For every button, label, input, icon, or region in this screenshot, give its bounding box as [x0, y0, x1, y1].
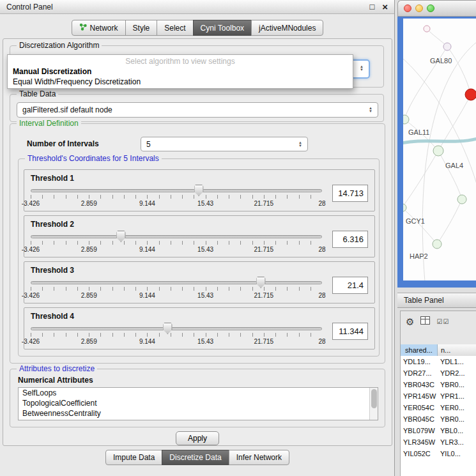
highlighted-edge — [403, 139, 476, 144]
network-canvas[interactable]: GAL80 GAL11 GAL4 GCY1 HAP2 — [403, 19, 476, 280]
scale-label: 28 — [318, 246, 325, 253]
number-of-intervals-label: Number of Intervals — [27, 139, 99, 148]
close-window-button[interactable] — [404, 4, 411, 12]
table-row[interactable]: YBL079WYBL0... — [401, 425, 476, 436]
slider-scale: -3.426 2.859 9.144 15.43 21.715 28 — [31, 200, 322, 209]
network-node-hap2[interactable] — [433, 240, 441, 249]
network-node-gcy1[interactable] — [403, 204, 406, 211]
network-view-frame: GAL80 GAL11 GAL4 GCY1 HAP2 — [397, 17, 476, 288]
network-node[interactable] — [424, 26, 430, 32]
slider-track — [31, 327, 322, 330]
threshold-3-slider[interactable]: -3.426 2.859 9.144 15.43 21.715 28 — [31, 277, 322, 302]
gear-icon[interactable]: ⚙ — [406, 317, 414, 326]
tab-select[interactable]: Select — [157, 20, 193, 36]
float-window-icon[interactable]: □ — [369, 3, 374, 11]
scale-label: 2.859 — [81, 292, 97, 299]
threshold-3-panel: Threshold 3 -3.426 2.859 9.144 15.43 21.… — [24, 261, 375, 303]
network-node-gal4[interactable] — [433, 146, 443, 156]
table-row[interactable]: YBR043CYBR0... — [401, 379, 476, 390]
scale-label: 28 — [318, 200, 325, 207]
slider-ticks — [31, 333, 322, 337]
table-panel-toolbar: ⚙ ☑☑ — [406, 314, 449, 329]
threshold-3-value-field[interactable]: 21.4 — [332, 277, 368, 294]
column-header-name[interactable]: n... — [438, 344, 476, 356]
algorithm-option-manual[interactable]: Manual Discretization — [8, 66, 353, 77]
tab-jactivemnodules[interactable]: jActiveMNodules — [251, 20, 323, 36]
attributes-group: Attributes to discretize Numerical Attri… — [10, 369, 385, 427]
threshold-2-value-field[interactable]: 6.316 — [332, 231, 368, 248]
threshold-2-slider[interactable]: -3.426 2.859 9.144 15.43 21.715 28 — [31, 231, 322, 256]
scale-label: 2.859 — [81, 200, 97, 207]
column-header-shared-name[interactable]: shared... — [401, 344, 438, 356]
table-column-headers: shared... n... — [401, 344, 476, 356]
table-row[interactable]: YPR145WYPR1... — [401, 390, 476, 402]
list-item[interactable]: BetweennessCentrality — [19, 408, 378, 418]
slider-scale: -3.426 2.859 9.144 15.43 21.715 28 — [31, 338, 322, 347]
numerical-attributes-list[interactable]: SelfLoops TopologicalCoefficient Between… — [18, 387, 378, 420]
tab-cyni-toolbox[interactable]: Cyni Toolbox — [193, 20, 252, 36]
network-node-gal11[interactable] — [403, 115, 409, 124]
tab-style[interactable]: Style — [125, 20, 158, 36]
table-row[interactable]: YDR27...YDR2... — [401, 367, 476, 379]
algorithm-placeholder-option[interactable]: Select algorithm to view settings — [8, 56, 353, 66]
threshold-1-slider[interactable]: -3.426 2.859 9.144 15.43 21.715 28 — [31, 185, 322, 210]
network-node-gal80[interactable] — [443, 43, 451, 50]
control-panel-titlebar: Control Panel □ × — [0, 0, 394, 14]
control-panel-window: Control Panel □ × Network Style Select C… — [0, 0, 395, 476]
combo-arrows-icon: ▲ ▼ — [298, 141, 302, 148]
table-row[interactable]: YLR345WYLR3... — [401, 436, 476, 448]
threshold-4-panel: Threshold 4 -3.426 2.859 9.144 15.43 21.… — [24, 307, 375, 349]
threshold-4-value-field[interactable]: 11.344 — [332, 323, 368, 340]
interval-definition-group: Interval Definition Number of Intervals … — [10, 123, 385, 364]
select-columns-icon[interactable]: ☑☑ — [436, 318, 449, 325]
close-icon[interactable]: × — [382, 2, 388, 12]
table-data-combobox[interactable]: galFiltered.sif default node ▲ ▼ — [17, 102, 378, 118]
list-scrollbar[interactable] — [369, 388, 378, 420]
list-item[interactable]: TopologicalCoefficient — [19, 398, 378, 408]
minimize-window-button[interactable] — [415, 4, 423, 12]
window-title: Control Panel — [6, 3, 53, 12]
tab-impute-data[interactable]: Impute Data — [105, 450, 162, 465]
scale-label: -3.426 — [22, 200, 40, 207]
slider-scale: -3.426 2.859 9.144 15.43 21.715 28 — [31, 246, 322, 255]
list-item[interactable]: SelfLoops — [19, 388, 378, 398]
node-label-gal80: GAL80 — [430, 57, 452, 65]
scale-label: 9.144 — [139, 292, 155, 299]
network-icon — [79, 23, 87, 33]
slider-ticks — [31, 241, 322, 245]
numerical-attributes-heading: Numerical Attributes — [18, 376, 93, 385]
table-row[interactable]: YER054CYER0... — [401, 402, 476, 413]
scale-label: -3.426 — [22, 292, 40, 299]
scale-label: -3.426 — [22, 338, 40, 345]
scale-label: 9.144 — [139, 200, 155, 207]
table-row[interactable]: YBR045CYBR0... — [401, 413, 476, 425]
tab-infer-network[interactable]: Infer Network — [229, 450, 289, 465]
zoom-window-button[interactable] — [427, 4, 434, 12]
scale-label: 15.43 — [197, 246, 213, 253]
attributes-group-title: Attributes to discretize — [17, 364, 97, 373]
node-label-gal11: GAL11 — [408, 128, 429, 136]
scale-label: 21.715 — [254, 246, 274, 253]
columns-icon[interactable] — [420, 316, 430, 326]
combo-arrows-icon: ▲ ▼ — [360, 65, 364, 72]
scale-label: 2.859 — [81, 338, 97, 345]
scrollbar-thumb[interactable] — [371, 389, 377, 408]
network-node[interactable] — [457, 195, 466, 204]
algorithm-option-equal-width[interactable]: Equal Width/Frequency Discretization — [8, 77, 353, 87]
tab-network[interactable]: Network — [72, 20, 126, 36]
table-row[interactable]: YIL052CYIL0... — [401, 448, 476, 459]
scale-label: 9.144 — [139, 246, 155, 253]
selected-red-node[interactable] — [465, 89, 476, 100]
node-label-hap2: HAP2 — [410, 252, 428, 260]
table-data-group-title: Table Data — [17, 89, 58, 98]
algorithm-dropdown-popup: Select algorithm to view settings Manual… — [7, 54, 353, 89]
apply-button[interactable]: Apply — [176, 431, 219, 445]
number-of-intervals-combobox[interactable]: 5 ▲ ▼ — [141, 137, 308, 151]
scale-label: 21.715 — [254, 292, 274, 299]
tab-discretize-data[interactable]: Discretize Data — [162, 450, 229, 465]
threshold-2-panel: Threshold 2 -3.426 2.859 9.144 15.43 21.… — [24, 215, 375, 257]
slider-track — [31, 235, 322, 238]
threshold-4-slider[interactable]: -3.426 2.859 9.144 15.43 21.715 28 — [31, 323, 322, 348]
threshold-1-value-field[interactable]: 14.713 — [332, 185, 368, 202]
table-row[interactable]: YDL19...YDL1... — [401, 356, 476, 367]
